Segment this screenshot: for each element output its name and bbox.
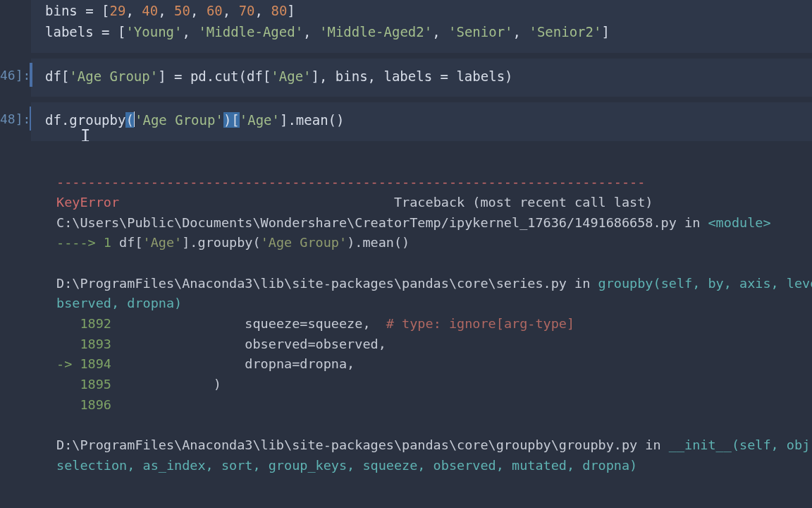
trace-filepath: C:\Users\Public\Documents\Wondershare\Cr… (56, 215, 677, 230)
trace-funcname: __init__ (669, 437, 732, 452)
trace-comment: # type: ignore[arg-type] (386, 316, 574, 331)
trace-funcname: groupby (598, 276, 653, 291)
code-cell-groupby: 48]: df.groupby('Age Group')['Age'].mean… (0, 102, 812, 140)
code-cell-bins-labels: bins = [29, 40, 50, 60, 70, 80] labels =… (0, 0, 812, 53)
bracket-highlight: ) (223, 112, 231, 128)
trace-lineno: 1893 (80, 337, 111, 351)
code-token: bins (45, 3, 78, 18)
trace-filepath: D:\ProgramFiles\Anaconda3\lib\site-packa… (56, 276, 567, 291)
code-cell-pdcut: 46]: df['Age Group'] = pd.cut(df['Age'],… (0, 59, 812, 97)
error-divider: ----------------------------------------… (56, 174, 645, 189)
error-name: KeyError (56, 195, 119, 210)
bracket-highlight: ( (125, 112, 133, 128)
trace-lineno: 1896 (80, 397, 111, 412)
code-num: 29 (110, 3, 126, 18)
trace-lineno: 1 (104, 235, 111, 250)
cell-prompt (0, 0, 31, 53)
active-cell-bar (30, 63, 32, 87)
traceback-header: Traceback (most recent call last) (119, 195, 653, 210)
trace-arrow: ----> (56, 235, 104, 250)
trace-filepath: D:\ProgramFiles\Anaconda3\lib\site-packa… (56, 437, 637, 452)
trace-arrow: -> (56, 356, 80, 371)
prompt-label: 48]: (0, 111, 30, 126)
code-token: = (78, 3, 102, 18)
prompt-label: 46]: (0, 68, 30, 83)
trace-lineno: 1894 (80, 356, 111, 371)
code-input[interactable]: bins = [29, 40, 50, 60, 70, 80] labels =… (31, 0, 812, 53)
ibeam-cursor-icon: I (80, 128, 90, 140)
trace-module: <module> (708, 215, 770, 230)
bracket-highlight: [ (231, 112, 239, 128)
traceback-output: ----------------------------------------… (0, 147, 812, 482)
cell-prompt: 48]: (0, 102, 31, 140)
code-token: [ (102, 3, 109, 18)
code-input[interactable]: df.groupby('Age Group')['Age'].mean() I (31, 102, 812, 140)
trace-lineno: 1892 (80, 316, 111, 331)
cell-prompt: 46]: (0, 59, 31, 97)
trace-lineno: 1895 (80, 377, 111, 392)
code-input[interactable]: df['Age Group'] = pd.cut(df['Age'], bins… (31, 59, 812, 97)
